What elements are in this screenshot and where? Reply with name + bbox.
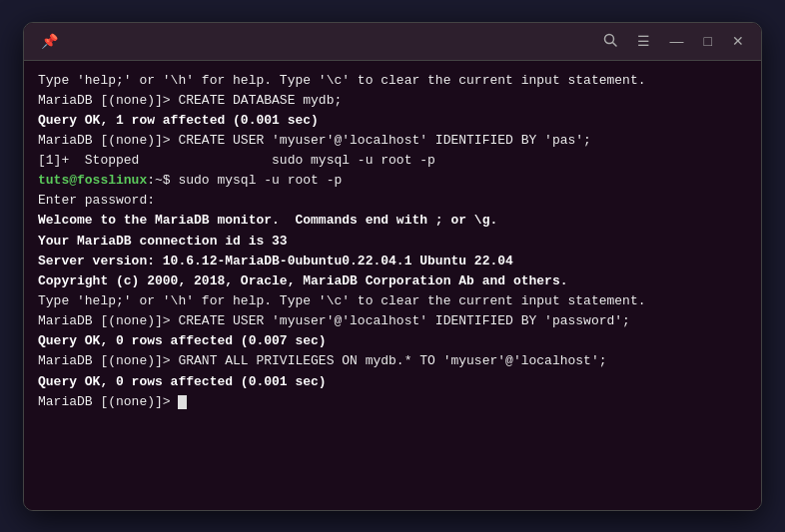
terminal-line: Your MariaDB connection id is 33: [38, 232, 747, 252]
title-bar-left: 📌: [36, 31, 63, 51]
maximize-icon[interactable]: □: [699, 31, 717, 51]
terminal-line: tuts@fosslinux:~$ sudo mysql -u root -p: [38, 171, 747, 191]
terminal-line: Query OK, 0 rows affected (0.007 sec): [38, 331, 747, 351]
terminal-line: Type 'help;' or '\h' for help. Type '\c'…: [38, 71, 747, 91]
terminal-line: Welcome to the MariaDB monitor. Commands…: [38, 211, 747, 231]
terminal-line: MariaDB [(none)]> CREATE USER 'myuser'@'…: [38, 131, 747, 151]
cursor: [178, 395, 187, 409]
search-icon[interactable]: [598, 31, 622, 52]
title-bar: 📌 ☰ — □ ✕: [24, 23, 761, 61]
menu-icon[interactable]: ☰: [632, 31, 655, 51]
terminal-line: Server version: 10.6.12-MariaDB-0ubuntu0…: [38, 252, 747, 271]
title-bar-controls: ☰ — □ ✕: [598, 31, 749, 52]
minimize-icon[interactable]: —: [665, 31, 689, 51]
terminal-line: Query OK, 0 rows affected (0.001 sec): [38, 372, 747, 392]
terminal-line: Query OK, 1 row affected (0.001 sec): [38, 111, 747, 131]
terminal-line: [1]+ Stopped sudo mysql -u root -p: [38, 151, 747, 171]
terminal-line: MariaDB [(none)]> GRANT ALL PRIVILEGES O…: [38, 351, 747, 371]
svg-line-1: [612, 42, 616, 46]
terminal-line: Type 'help;' or '\h' for help. Type '\c'…: [38, 291, 747, 311]
terminal-line: MariaDB [(none)]> CREATE USER 'myuser'@'…: [38, 311, 747, 331]
terminal-window: 📌 ☰ — □ ✕ Type 'help;' or '\h' for help.…: [23, 22, 762, 511]
close-icon[interactable]: ✕: [727, 31, 749, 51]
terminal-body[interactable]: Type 'help;' or '\h' for help. Type '\c'…: [24, 61, 761, 510]
terminal-line: Copyright (c) 2000, 2018, Oracle, MariaD…: [38, 271, 747, 291]
terminal-prompt-line[interactable]: MariaDB [(none)]>: [38, 392, 747, 412]
terminal-line: MariaDB [(none)]> CREATE DATABASE mydb;: [38, 91, 747, 111]
pin-icon[interactable]: 📌: [36, 31, 63, 51]
terminal-line: Enter password:: [38, 191, 747, 211]
